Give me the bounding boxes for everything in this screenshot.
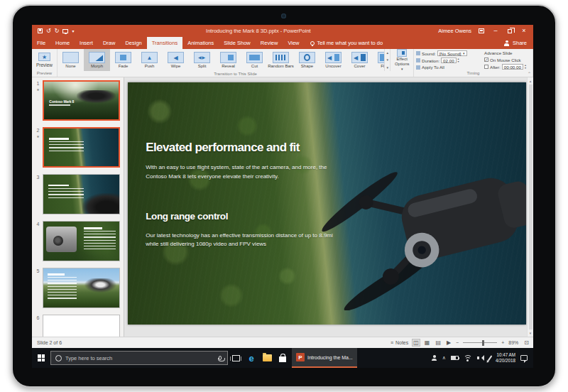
slide-heading-1[interactable]: Elevated performance and fit bbox=[146, 141, 300, 155]
current-slide[interactable]: Elevated performance and fit With an eas… bbox=[128, 82, 526, 325]
sound-dropdown[interactable]: [No Sound] ▾ bbox=[437, 50, 467, 56]
transition-wipe[interactable]: Wipe bbox=[163, 49, 189, 71]
scroll-up-icon[interactable]: ▴ bbox=[530, 79, 532, 83]
slide-thumbnail-3[interactable]: 3 bbox=[33, 174, 120, 214]
slide-body-2[interactable]: Our latest technology has an effective t… bbox=[146, 232, 333, 249]
push-transition-icon bbox=[141, 52, 158, 63]
zoom-out-button[interactable]: − bbox=[456, 340, 459, 345]
slide-thumbnail-6[interactable]: 6 bbox=[33, 315, 120, 337]
tab-transitions[interactable]: Transitions bbox=[147, 37, 182, 49]
transition-label: Uncover bbox=[325, 64, 341, 68]
transition-label: Fade bbox=[119, 64, 129, 68]
slide-thumbnail-2[interactable]: 2★ bbox=[33, 127, 120, 168]
slide-thumbnail-5[interactable]: 5 bbox=[33, 268, 120, 308]
ribbon-tabs: FileHomeInsertDrawDesignTransitionsAnima… bbox=[32, 37, 305, 49]
tab-file[interactable]: File bbox=[32, 37, 50, 49]
gallery-scroll-up-icon[interactable]: ▴ bbox=[386, 50, 388, 55]
tab-home[interactable]: Home bbox=[50, 37, 75, 49]
zoom-in-button[interactable]: + bbox=[501, 340, 504, 345]
signed-in-user[interactable]: Aimee Owens bbox=[438, 28, 471, 34]
tab-slide-show[interactable]: Slide Show bbox=[219, 37, 256, 49]
slide-body-1[interactable]: With an easy to use flight system, state… bbox=[146, 163, 345, 181]
transition-fade[interactable]: Fade bbox=[110, 49, 136, 71]
save-button[interactable] bbox=[38, 28, 43, 33]
normal-view-button[interactable]: ◫ bbox=[413, 339, 420, 346]
transition-morph[interactable]: Morph bbox=[84, 49, 110, 71]
tab-view[interactable]: View bbox=[283, 37, 304, 49]
customize-qat-button[interactable]: ▾ bbox=[72, 28, 74, 34]
edge-button[interactable]: e bbox=[244, 348, 259, 368]
undo-button[interactable]: ↺ bbox=[46, 28, 51, 34]
tab-review[interactable]: Review bbox=[256, 37, 283, 49]
preview-button[interactable]: Preview bbox=[32, 49, 57, 70]
file-explorer-button[interactable] bbox=[259, 348, 275, 368]
slide-thumbnail-4[interactable]: 4 bbox=[33, 221, 120, 261]
slide-scrollbar[interactable]: ▴ ▾ bbox=[527, 77, 533, 337]
tab-design[interactable]: Design bbox=[120, 37, 146, 49]
fit-slide-button[interactable]: ⊡ bbox=[524, 339, 529, 346]
search-input[interactable] bbox=[65, 355, 215, 361]
effect-options-button[interactable]: Effect Options ▾ bbox=[390, 49, 413, 71]
transition-push[interactable]: Push bbox=[136, 49, 163, 71]
slide-thumbnails: 1★Contoso Mark 82★3456 bbox=[32, 77, 124, 337]
transition-shape[interactable]: Shape bbox=[294, 49, 320, 71]
task-view-button[interactable] bbox=[228, 348, 244, 368]
scroll-down-icon[interactable]: ▾ bbox=[530, 331, 532, 335]
start-button[interactable] bbox=[32, 348, 50, 368]
apply-to-all-button[interactable]: Apply To All bbox=[422, 65, 444, 70]
close-button[interactable]: × bbox=[520, 28, 528, 34]
powerpoint-taskbar-button[interactable]: P Introducing the Ma... bbox=[292, 348, 357, 368]
battery-icon[interactable] bbox=[451, 356, 459, 360]
ribbon-display-options-button[interactable] bbox=[477, 28, 486, 33]
notes-button[interactable]: ≡ Notes bbox=[390, 340, 408, 345]
duration-spinner[interactable]: ▴ ▾ bbox=[458, 58, 459, 62]
pen-icon[interactable] bbox=[488, 355, 493, 361]
transition-cut[interactable]: Cut bbox=[241, 49, 268, 71]
action-center-icon[interactable] bbox=[520, 355, 528, 361]
zoom-percent[interactable]: 89% bbox=[508, 340, 520, 345]
slide-thumbnail-1[interactable]: 1★Contoso Mark 8 bbox=[33, 80, 120, 121]
show-hidden-icons-button[interactable]: ∧ bbox=[442, 355, 446, 361]
speaker-icon[interactable] bbox=[477, 355, 484, 361]
slide-sorter-view-button[interactable]: ▦ bbox=[424, 339, 431, 346]
restore-button[interactable] bbox=[506, 29, 514, 33]
transition-random-bars[interactable]: Random Bars bbox=[268, 49, 294, 71]
tab-draw[interactable]: Draw bbox=[98, 37, 121, 49]
wifi-icon[interactable] bbox=[464, 355, 472, 361]
after-input[interactable]: 00:00.00 bbox=[502, 64, 523, 70]
transition-split[interactable]: Split bbox=[189, 49, 215, 71]
redo-button[interactable]: ↻ bbox=[55, 28, 60, 34]
tab-animations[interactable]: Animations bbox=[182, 37, 219, 49]
transition-reveal[interactable]: Reveal bbox=[215, 49, 241, 71]
transition-cover[interactable]: Cover bbox=[346, 49, 373, 71]
transition-flash[interactable]: Flash bbox=[373, 49, 384, 71]
people-icon[interactable] bbox=[432, 355, 437, 361]
scroll-track[interactable] bbox=[529, 85, 532, 330]
tell-me-box[interactable]: Tell me what you want to do bbox=[305, 37, 389, 49]
start-slideshow-button[interactable] bbox=[62, 29, 68, 33]
store-button[interactable] bbox=[275, 348, 290, 368]
minimize-button[interactable]: – bbox=[491, 28, 500, 34]
slide-heading-2[interactable]: Long range control bbox=[146, 211, 228, 222]
gallery-scroll-down-icon[interactable]: ▾ bbox=[386, 58, 388, 62]
on-mouse-click-checkbox[interactable]: ✓ bbox=[484, 58, 488, 62]
transition-uncover[interactable]: Uncover bbox=[320, 49, 346, 71]
transition-none[interactable]: None bbox=[58, 49, 84, 71]
taskbar-search[interactable] bbox=[50, 351, 228, 365]
gallery-more-icon[interactable]: ▾ bbox=[386, 65, 388, 70]
slide-show-button[interactable]: ▶ bbox=[446, 339, 452, 346]
duration-input[interactable]: 02.00 bbox=[441, 58, 456, 63]
spin-down-icon[interactable]: ▾ bbox=[458, 60, 459, 63]
collapse-ribbon-button[interactable]: ⌃ bbox=[528, 71, 531, 76]
zoom-slider-thumb[interactable] bbox=[482, 340, 484, 346]
after-spinner[interactable]: ▴ ▾ bbox=[525, 64, 526, 69]
reading-view-button[interactable]: ▤ bbox=[435, 339, 442, 346]
share-button[interactable]: Share bbox=[498, 37, 533, 49]
after-checkbox[interactable] bbox=[484, 65, 488, 69]
tab-insert[interactable]: Insert bbox=[75, 37, 98, 49]
zoom-slider[interactable] bbox=[463, 342, 497, 343]
gallery-scrollbar[interactable]: ▴ ▾ ▾ bbox=[384, 49, 390, 71]
spin-down-icon[interactable]: ▾ bbox=[525, 67, 526, 70]
slide-thumbnail-image bbox=[43, 315, 120, 337]
taskbar-clock[interactable]: 10:47 AM 4/20/2018 bbox=[496, 352, 515, 364]
